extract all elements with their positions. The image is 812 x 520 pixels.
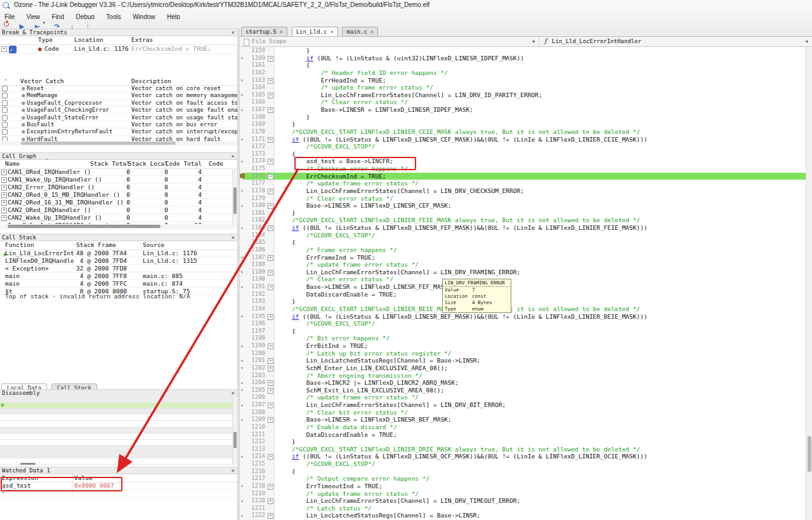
line-number[interactable]: 1167 bbox=[244, 106, 265, 114]
line-number[interactable]: 1161 bbox=[244, 62, 265, 69]
line-number[interactable]: 1160 bbox=[244, 55, 265, 62]
line-number[interactable]: 1189 bbox=[244, 269, 265, 276]
line-number[interactable]: 1203 bbox=[244, 372, 265, 380]
code-line[interactable]: 1222 Lin_LocLatchedStatusRegs[Channel] =… bbox=[240, 512, 806, 519]
call-stack-header[interactable]: Function Stack Frame Source bbox=[0, 241, 237, 250]
line-number[interactable]: 1200 bbox=[244, 350, 265, 357]
disassembly-line[interactable]: 000067EC MOV.W R1, #0x1000 bbox=[0, 434, 232, 440]
hscrollbar[interactable] bbox=[0, 141, 237, 145]
line-number[interactable]: 1180 bbox=[244, 202, 265, 210]
code-line[interactable]: 1188 /* update frame error status */ bbox=[240, 261, 806, 269]
call-stack-row[interactable]: < Exception> 32 @ 2000 7FD8 bbox=[0, 265, 237, 272]
vector-catch-row[interactable]: ● UsageFault_StateError Vector catch on … bbox=[0, 114, 237, 121]
code-line[interactable]: 1196 /*GCOVR_EXCL_STOP*/ bbox=[240, 320, 806, 328]
call-stack-row[interactable]: main 4 @ 2000 7FFC main.c: 874 bbox=[0, 280, 237, 288]
call-graph-row[interactable]: CAN2_ORed_IRQHandler () 0 0 4 bbox=[0, 206, 232, 214]
code-line[interactable]: 1216 { bbox=[240, 468, 806, 476]
line-number[interactable]: 1178 bbox=[244, 187, 265, 195]
line-number[interactable]: 1219 bbox=[244, 490, 265, 498]
close-icon[interactable] bbox=[232, 234, 235, 241]
line-number[interactable]: 1197 bbox=[244, 328, 265, 335]
fold-expand-icon[interactable] bbox=[268, 366, 273, 371]
expander-icon[interactable] bbox=[1, 170, 7, 175]
disassembly-line[interactable]: ErrChecksumInd = TRUE; bbox=[0, 396, 232, 403]
vector-catch-row[interactable]: ● ExceptionEntryReturnFault Vector catch… bbox=[0, 128, 237, 135]
step-out-icon[interactable] bbox=[82, 20, 93, 28]
line-number[interactable]: 1212 bbox=[244, 438, 265, 446]
close-icon[interactable] bbox=[232, 153, 235, 160]
line-number[interactable]: 1216 bbox=[244, 468, 265, 476]
code-line[interactable]: 1199 ErrBitInd = TRUE; bbox=[240, 342, 806, 350]
line-number[interactable]: 1194 bbox=[244, 305, 265, 313]
code-line[interactable]: 1162 /* Header field ID error happens */ bbox=[240, 69, 806, 77]
line-number[interactable]: 1201 bbox=[244, 357, 265, 364]
line-number[interactable]: 1211 bbox=[244, 431, 265, 439]
line-number[interactable]: 1170 bbox=[244, 128, 265, 136]
expander-icon[interactable] bbox=[1, 192, 7, 198]
call-stack-row[interactable]: Lin_Lld_LocErrorIntHandle 48 @ 2000 7FA4… bbox=[0, 250, 237, 257]
line-number[interactable]: 1209 bbox=[244, 416, 265, 423]
call-graph-row[interactable]: CAN1_Wake_Up_IRQHandler () 0 0 4 bbox=[0, 176, 232, 183]
code-line[interactable]: 1191 Base->LINESR = LINFlexD_LINESR_FEF_… bbox=[240, 283, 806, 291]
vector-catch-row[interactable]: ● Reset Vector catch on core reset bbox=[0, 85, 237, 92]
line-number[interactable]: 1193 bbox=[244, 298, 265, 305]
disassembly-line[interactable]: Base->LINESR = LINFlexD_LINESR_CEF_MASK; bbox=[0, 409, 232, 415]
step-into-icon[interactable] bbox=[67, 20, 77, 28]
fold-expand-icon[interactable] bbox=[268, 380, 273, 386]
code-line[interactable]: 1177 /* update frame error status */ bbox=[240, 180, 806, 187]
line-number[interactable]: 1188 bbox=[244, 261, 265, 269]
code-line[interactable]: 1164 /* update frame error status */ bbox=[240, 84, 806, 91]
vector-catch-checkbox[interactable] bbox=[2, 115, 8, 121]
hscrollbar-thumb[interactable] bbox=[21, 142, 176, 145]
vector-catch-row[interactable]: ● MemManage Vector catch on memory manag… bbox=[0, 92, 237, 99]
line-number[interactable]: 1174 bbox=[244, 157, 265, 165]
line-number[interactable]: 1162 bbox=[244, 69, 265, 77]
disassembly-line[interactable]: Lin_LocChFrameErrorStates[Channel] = LIN… bbox=[0, 427, 232, 434]
code-line[interactable]: 1194 /*GCOVR_EXCL_START LINFlexD_LINIER_… bbox=[240, 305, 806, 313]
editor-tab[interactable]: Lin_Lld.c bbox=[292, 27, 338, 36]
editor-vscrollbar-thumb[interactable] bbox=[808, 436, 811, 472]
expander-icon[interactable] bbox=[1, 177, 7, 183]
code-area[interactable]: 1159 } 1160 if (0UL != (LinStatus & (uin… bbox=[240, 47, 812, 520]
code-line[interactable]: 1185 { bbox=[240, 239, 806, 246]
code-line[interactable]: 1165 Lin_LocChFrameErrorStates[Channel] … bbox=[240, 91, 806, 99]
code-line[interactable]: 1218 ErrTimeoutInd = TRUE; bbox=[240, 483, 806, 490]
line-number[interactable]: 1165 bbox=[244, 91, 265, 99]
vector-catch-checkbox[interactable] bbox=[2, 86, 8, 91]
code-line[interactable]: 1181 } bbox=[240, 210, 806, 217]
fold-expand-icon[interactable] bbox=[268, 255, 273, 261]
call-graph-row[interactable]: CAN2_Wake_Up_IRQHandler () 0 0 4 bbox=[0, 214, 232, 222]
expander-icon[interactable] bbox=[1, 46, 7, 52]
code-line[interactable]: 1159 } bbox=[240, 47, 806, 55]
disassembly-line[interactable]: } bbox=[0, 446, 232, 452]
line-number[interactable]: 1171 bbox=[244, 136, 265, 143]
call-graph-row[interactable]: CAN2_Error_IRQHandler () 0 0 4 bbox=[0, 183, 232, 191]
reset-icon[interactable] bbox=[32, 20, 43, 28]
line-number[interactable]: 1192 bbox=[244, 291, 265, 298]
disassembly-line[interactable]: 000067F0 STR R1, [R4, #12] bbox=[0, 440, 232, 446]
line-number[interactable]: 1187 bbox=[244, 254, 265, 262]
expander-icon[interactable] bbox=[1, 215, 7, 221]
hscrollbar-thumb[interactable] bbox=[8, 225, 160, 228]
code-line[interactable]: 1184 /*GCOVR_EXCL_STOP*/ bbox=[240, 232, 806, 239]
code-line[interactable]: 1201 Lin_LocLatchedStatusRegs[Channel] =… bbox=[240, 357, 806, 364]
code-line[interactable]: 1207 Lin_LocChFrameErrorStates[Channel] … bbox=[240, 401, 806, 409]
line-number[interactable]: 1169 bbox=[244, 121, 265, 128]
close-icon[interactable] bbox=[232, 29, 235, 36]
code-line[interactable]: 1168 } bbox=[240, 114, 806, 121]
code-line[interactable]: 1210 /* Enable data discard */ bbox=[240, 423, 806, 431]
line-number[interactable]: 1218 bbox=[244, 483, 265, 490]
code-line[interactable]: 1169 } bbox=[240, 121, 806, 128]
code-line[interactable]: 1195 if ((0UL != (LinStatus & LINFlexD_L… bbox=[240, 313, 806, 321]
call-stack-row[interactable]: LINFlexD0_IRQHandler 4 @ 2000 7FD4 Lin_L… bbox=[0, 257, 237, 265]
fold-expand-icon[interactable] bbox=[268, 454, 273, 460]
expander-icon[interactable] bbox=[1, 208, 7, 213]
code-line[interactable]: 1219 /* update frame error status */ bbox=[240, 490, 806, 498]
code-line[interactable]: 1214 if ((0UL != (LinStatus & LINFlexD_L… bbox=[240, 453, 806, 460]
line-number[interactable]: 1191 bbox=[244, 283, 265, 291]
code-line[interactable]: 1171 if ((0UL != (LinStatus & LINFlexD_L… bbox=[240, 136, 806, 143]
line-number[interactable]: 1184 bbox=[244, 232, 265, 239]
call-graph-row[interactable]: CAN2_ORed_0_15_MB_IRQHandler () 0 0 4 bbox=[0, 191, 232, 199]
code-line[interactable]: 1178 Lin_LocChFrameErrorStates[Channel] … bbox=[240, 187, 806, 195]
code-line[interactable]: 1192 DataDiscardEnable = TRUE; bbox=[240, 291, 806, 298]
